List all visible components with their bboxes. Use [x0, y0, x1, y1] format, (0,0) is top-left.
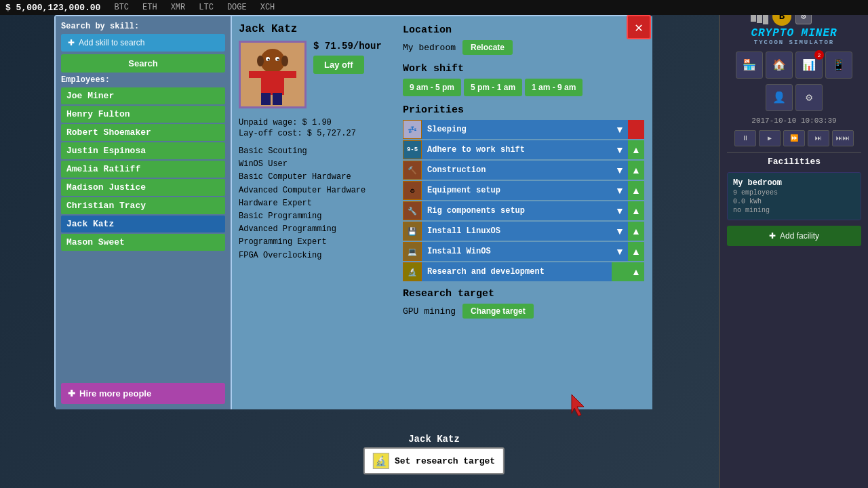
list-item[interactable]: Amelia Ratliff — [61, 161, 225, 178]
chart-icon-btn[interactable]: 📊2 — [795, 52, 823, 79]
sleeping-label: Sleeping — [422, 120, 612, 139]
list-item[interactable]: Christian Tracy — [61, 197, 225, 214]
list-item[interactable]: Joe Miner — [61, 87, 225, 104]
pause-btn[interactable]: ⏸ — [734, 130, 756, 146]
list-item-selected[interactable]: Jack Katz — [61, 216, 225, 232]
add-facility-label: Add facility — [780, 231, 819, 241]
list-item[interactable]: Justin Espinosa — [61, 142, 225, 159]
layoff-button[interactable]: Lay off — [313, 56, 364, 74]
skill-item: Basic Programming — [239, 210, 388, 223]
rig-down-button[interactable]: ▼ — [612, 201, 628, 220]
unpaid-wage: Unpaid wage: $ 1.90 — [239, 118, 388, 127]
equipment-label: Equipment setup — [422, 181, 612, 200]
construction-down-button[interactable]: ▼ — [612, 161, 628, 180]
research-up-button[interactable]: ▲ — [628, 262, 644, 281]
list-item[interactable]: Madison Justice — [61, 179, 225, 196]
priority-workshift: 9-5 Adhere to work shift ▼ ▲ — [403, 140, 644, 159]
priority-linuxos: 💾 Install LinuxOS ▼ ▲ — [403, 222, 644, 241]
equipment-down-button[interactable]: ▼ — [612, 181, 628, 200]
skill-item: Advanced Computer Hardware — [239, 184, 388, 197]
rig-up-button[interactable]: ▲ — [628, 201, 644, 220]
linux-up-button[interactable]: ▲ — [628, 222, 644, 241]
facility-mining: no mining — [733, 207, 855, 214]
hire-label: Hire more people — [79, 388, 151, 399]
tooltip-name: Jack Katz — [408, 434, 460, 445]
tooltip: Jack Katz 🔬 Set research target — [363, 434, 505, 474]
add-facility-button[interactable]: ✚ Add facility — [727, 226, 861, 246]
search-button[interactable]: Search — [61, 54, 225, 73]
hire-more-people-button[interactable]: ✚ Hire more people — [61, 383, 225, 404]
employee-name-title: Jack Katz — [239, 23, 388, 35]
sleeping-down-button[interactable]: ▼ — [612, 120, 628, 139]
list-item[interactable]: Robert Shoemaker — [61, 124, 225, 141]
workshift-label: Work shift — [403, 63, 644, 75]
facility-name: My bedroom — [733, 178, 855, 188]
construction-icon: 🔨 — [403, 161, 422, 180]
add-icon: ✚ — [68, 38, 75, 47]
play-btn[interactable]: ▶ — [759, 130, 781, 146]
playback-controls: ⏸ ▶ ⏩ ⏭ ⏭⏭ — [734, 130, 854, 146]
logo-subtitle: TYCOON SIMULATOR — [751, 39, 837, 46]
workshift-up-button[interactable]: ▲ — [628, 140, 644, 159]
priority-equipment: ⚙️ Equipment setup ▼ ▲ — [403, 181, 644, 200]
employee-list: Joe Miner Henry Fulton Robert Shoemaker … — [61, 87, 225, 380]
linux-down-button[interactable]: ▼ — [612, 222, 628, 241]
workshift-priority-label: Adhere to work shift — [422, 140, 612, 159]
equipment-up-button[interactable]: ▲ — [628, 181, 644, 200]
shift-evening-button[interactable]: 5 pm - 1 am — [464, 79, 522, 96]
employee-dialog: ✕ Search by skill: ✚ Add skill to search… — [54, 15, 651, 408]
rig-label: Rig components setup — [422, 201, 612, 220]
svg-point-12 — [277, 59, 279, 61]
crypto-xmr: XMR — [171, 3, 186, 12]
wage-display: $ 71.59/hour — [313, 41, 382, 52]
close-button[interactable]: ✕ — [627, 15, 651, 39]
inventory-icon-btn[interactable]: 🏪 — [736, 52, 763, 79]
facilities-label: Facilities — [727, 152, 861, 167]
shift-morning-button[interactable]: 9 am - 5 pm — [403, 79, 461, 96]
person-icon-btn[interactable]: 👤 — [766, 84, 793, 111]
skill-item: Basic Computer Hardware — [239, 171, 388, 184]
topbar: $ 5,000,123,000.00 BTC ETH XMR LTC DOGE … — [0, 0, 868, 15]
skill-item: WinOS User — [239, 158, 388, 171]
crypto-doge: DOGE — [227, 3, 247, 12]
add-skill-label: Add skill to search — [79, 38, 144, 47]
svg-rect-6 — [273, 93, 282, 105]
settings-icon-btn[interactable]: ⚙️ — [795, 84, 823, 111]
relocate-button[interactable]: Relocate — [462, 40, 513, 55]
fastest-btn[interactable]: ⏭⏭ — [832, 130, 854, 146]
winos-down-button[interactable]: ▼ — [612, 242, 628, 261]
list-item[interactable]: Mason Sweet — [61, 234, 225, 251]
research-icon: 🔬 — [403, 262, 422, 281]
location-label: Location — [403, 24, 644, 36]
equipment-icon: ⚙️ — [403, 181, 422, 200]
crypto-eth: ETH — [142, 3, 157, 12]
svg-point-2 — [257, 56, 264, 66]
datetime: 2017-10-10 10:03:39 — [751, 117, 836, 125]
add-skill-button[interactable]: ✚ Add skill to search — [61, 34, 225, 52]
skill-item: Advanced Programming — [239, 223, 388, 236]
sleep-icon: 💤 — [403, 120, 422, 139]
construction-up-button[interactable]: ▲ — [628, 161, 644, 180]
employee-detail-panel: Jack Katz — [232, 16, 395, 409]
add-facility-plus-icon: ✚ — [769, 231, 776, 241]
research-label: Research and development — [422, 262, 612, 281]
winos-up-button[interactable]: ▲ — [628, 242, 644, 261]
employee-avatar — [239, 41, 307, 108]
research-row: GPU mining Change target — [403, 304, 644, 319]
priority-construction: 🔨 Construction ▼ ▲ — [403, 161, 644, 180]
rig-icon: 🔧 — [403, 201, 422, 220]
svg-rect-5 — [261, 93, 271, 105]
shift-night-button[interactable]: 1 am - 9 am — [525, 79, 583, 96]
workshift-down-button[interactable]: ▼ — [612, 140, 628, 159]
svg-rect-8 — [283, 71, 296, 78]
faster-btn[interactable]: ⏭ — [808, 130, 829, 146]
list-item[interactable]: Henry Fulton — [61, 106, 225, 123]
fast-btn[interactable]: ⏩ — [783, 130, 805, 146]
research-section: Research target GPU mining Change target — [403, 288, 644, 319]
change-target-button[interactable]: Change target — [462, 304, 534, 319]
skill-item: Programming Expert — [239, 236, 388, 249]
phone-icon-btn[interactable]: 📱 — [825, 52, 852, 79]
building-icon-btn[interactable]: 🏠 — [766, 52, 793, 79]
facility-kwh: 0.0 kWh — [733, 198, 855, 205]
research-target-label: Research target — [403, 288, 644, 300]
